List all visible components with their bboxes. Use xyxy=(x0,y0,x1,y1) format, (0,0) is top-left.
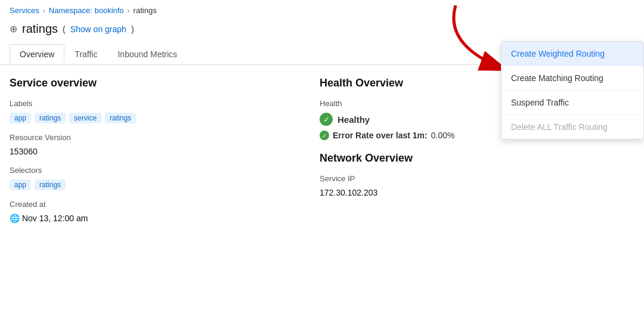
service-ip-label: Service IP xyxy=(320,174,634,183)
left-panel: Service overview Labels app ratings serv… xyxy=(10,77,320,233)
globe-icon: 🌐 xyxy=(10,213,20,223)
page-title: ratings xyxy=(22,22,58,36)
paren-open: ( xyxy=(63,24,66,34)
resource-version-label: Resource Version xyxy=(10,133,302,142)
breadcrumb-namespace[interactable]: Namespace: bookinfo xyxy=(49,6,124,15)
tab-overview[interactable]: Overview xyxy=(10,44,64,64)
error-rate-icon: ✓ xyxy=(320,131,329,140)
tabs: Overview Traffic Inbound Metrics xyxy=(10,44,187,63)
labels-field-label: Labels xyxy=(10,99,302,108)
service-icon: ⊕ xyxy=(10,23,17,35)
tab-inbound-metrics[interactable]: Inbound Metrics xyxy=(107,44,187,64)
resource-version-value: 153060 xyxy=(10,147,302,156)
label-tag-service: service xyxy=(69,113,101,123)
paren-close: ) xyxy=(131,24,134,34)
network-section: Network Overview Service IP 172.30.102.2… xyxy=(320,152,634,197)
tab-traffic[interactable]: Traffic xyxy=(64,44,107,64)
dropdown-item-create-weighted[interactable]: Create Weighted Routing xyxy=(501,42,643,66)
labels-tags-row: app ratings service ratings xyxy=(10,113,302,123)
selector-tag-ratings: ratings xyxy=(35,179,66,190)
main-content: Service overview Labels app ratings serv… xyxy=(0,65,644,244)
created-at-datetime: Nov 13, 12:00 am xyxy=(22,213,88,223)
selectors-label: Selectors xyxy=(10,166,302,175)
created-at-label: Created at xyxy=(10,200,302,209)
network-overview-title: Network Overview xyxy=(320,152,634,165)
breadcrumb-current: ratings xyxy=(134,6,157,15)
dropdown-item-delete-all-traffic: Delete ALL Traffic Routing xyxy=(501,115,643,139)
created-at-value: 🌐 Nov 13, 12:00 am xyxy=(10,213,302,223)
error-rate-label: Error Rate over last 1m: xyxy=(333,131,428,140)
label-tag-ratings1: ratings xyxy=(35,113,66,123)
healthy-icon: ✓ xyxy=(320,113,333,126)
label-tag-app: app xyxy=(10,113,31,123)
health-status-label: Healthy xyxy=(338,114,370,125)
page-title-row: ⊕ ratings ( Show on graph ) xyxy=(0,20,644,43)
breadcrumb: Services › Namespace: bookinfo › ratings xyxy=(0,0,644,20)
selectors-tags-row: app ratings xyxy=(10,179,302,190)
selector-tag-app: app xyxy=(10,179,31,190)
show-graph-link[interactable]: Show on graph xyxy=(70,24,126,34)
breadcrumb-sep-1: › xyxy=(43,7,45,15)
actions-dropdown-menu: Create Weighted Routing Create Matching … xyxy=(501,41,644,140)
right-panel: Health Overview Health ✓ Healthy ✓ Error… xyxy=(320,77,634,233)
breadcrumb-services[interactable]: Services xyxy=(10,6,39,15)
dropdown-item-suspend-traffic[interactable]: Suspend Traffic xyxy=(501,91,643,115)
service-ip-value: 172.30.102.203 xyxy=(320,188,634,197)
label-tag-ratings2: ratings xyxy=(105,113,136,123)
dropdown-item-create-matching[interactable]: Create Matching Routing xyxy=(501,66,643,91)
error-rate-value: 0.00% xyxy=(431,131,455,140)
service-overview-title: Service overview xyxy=(10,77,302,89)
breadcrumb-sep-2: › xyxy=(128,7,130,15)
